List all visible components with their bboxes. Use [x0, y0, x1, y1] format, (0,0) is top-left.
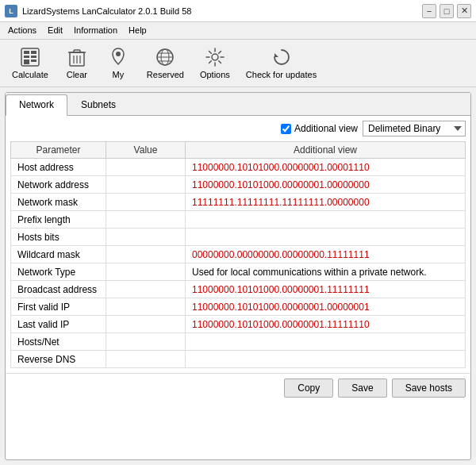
param-cell-10: Hosts/Net [11, 333, 106, 351]
value-cell-0 [106, 159, 186, 176]
additional-view-bar: Additional view Delimeted Binary Binary … [10, 121, 466, 136]
reserved-label: Reserved [147, 70, 184, 79]
additional-view-checkbox-label[interactable]: Additional view [281, 123, 358, 134]
menu-bar: Actions Edit Information Help [0, 22, 476, 40]
param-cell-6: Network Type [11, 263, 106, 281]
value-cell-10 [106, 333, 186, 351]
table-row: Host address11000000.10101000.00000001.0… [11, 159, 466, 176]
table-row: First valid IP11000000.10101000.00000001… [11, 298, 466, 316]
value-cell-8 [106, 298, 186, 316]
calculate-button[interactable]: Calculate [5, 42, 56, 83]
table-row: Hosts/Net [11, 333, 466, 351]
minimize-button[interactable]: − [422, 4, 436, 18]
svg-rect-2 [31, 51, 36, 54]
check-updates-button[interactable]: Check for updates [239, 42, 324, 83]
clear-button[interactable]: Clear [57, 42, 97, 83]
svg-point-13 [116, 52, 121, 56]
data-table: Parameter Value Additional view Host add… [10, 141, 466, 368]
additional-cell-7: 11000000.10101000.00000001.11111111 [186, 281, 466, 298]
options-label: Options [200, 70, 230, 79]
additional-cell-6: Used for local communications within a p… [186, 263, 466, 281]
value-cell-2 [106, 194, 186, 211]
value-cell-3 [106, 211, 186, 229]
additional-cell-2: 11111111.11111111.11111111.00000000 [186, 194, 466, 211]
table-row: Last valid IP11000000.10101000.00000001.… [11, 316, 466, 333]
svg-rect-1 [24, 51, 29, 54]
additional-view-checkbox[interactable] [281, 124, 291, 134]
additional-view-dropdown[interactable]: Delimeted Binary Binary Decimal Hex [363, 121, 466, 136]
param-cell-8: First valid IP [11, 298, 106, 316]
menu-edit[interactable]: Edit [43, 24, 67, 37]
value-cell-1 [106, 176, 186, 194]
clear-label: Clear [67, 70, 87, 79]
svg-rect-4 [31, 56, 36, 58]
reserved-icon [154, 46, 176, 68]
param-cell-11: Reverse DNS [11, 351, 106, 368]
my-icon [107, 46, 129, 68]
additional-cell-11 [186, 351, 466, 368]
additional-view-label: Additional view [294, 123, 358, 134]
additional-cell-8: 11000000.10101000.00000001.00000001 [186, 298, 466, 316]
copy-button[interactable]: Copy [284, 379, 333, 398]
param-cell-7: Broadcast address [11, 281, 106, 298]
window-controls: − □ ✕ [422, 4, 471, 18]
value-cell-4 [106, 229, 186, 246]
calculate-label: Calculate [12, 70, 48, 79]
param-cell-2: Network mask [11, 194, 106, 211]
tab-subnets[interactable]: Subnets [67, 94, 129, 115]
save-button[interactable]: Save [338, 379, 386, 398]
param-cell-9: Last valid IP [11, 316, 106, 333]
app-icon: L [5, 5, 17, 17]
close-button[interactable]: ✕ [457, 4, 471, 18]
svg-rect-9 [74, 50, 80, 52]
options-icon [204, 46, 226, 68]
additional-cell-3 [186, 211, 466, 229]
value-cell-7 [106, 281, 186, 298]
param-cell-3: Prefix length [11, 211, 106, 229]
value-cell-9 [106, 316, 186, 333]
value-cell-6 [106, 263, 186, 281]
tabs: Network Subnets [6, 93, 470, 116]
clear-icon [66, 46, 88, 68]
table-row: Network address11000000.10101000.0000000… [11, 176, 466, 194]
col-header-additional: Additional view [186, 142, 466, 159]
additional-cell-4 [186, 229, 466, 246]
menu-actions[interactable]: Actions [3, 24, 41, 37]
param-cell-5: Wildcard mask [11, 246, 106, 263]
menu-information[interactable]: Information [69, 24, 122, 37]
table-row: Broadcast address11000000.10101000.00000… [11, 281, 466, 298]
additional-cell-5: 00000000.00000000.00000000.11111111 [186, 246, 466, 263]
reserved-button[interactable]: Reserved [140, 42, 191, 83]
param-cell-1: Network address [11, 176, 106, 194]
value-cell-5 [106, 246, 186, 263]
title-bar: L LizardSystems LanCalculator 2.0.1 Buil… [0, 0, 476, 22]
save-hosts-button[interactable]: Save hosts [392, 379, 466, 398]
col-header-value: Value [106, 142, 186, 159]
table-row: Hosts bits [11, 229, 466, 246]
check-updates-label: Check for updates [246, 70, 317, 79]
content-area: Additional view Delimeted Binary Binary … [6, 116, 470, 373]
table-row: Network mask11111111.11111111.11111111.0… [11, 194, 466, 211]
options-button[interactable]: Options [193, 42, 237, 83]
table-row: Prefix length [11, 211, 466, 229]
check-updates-icon [271, 46, 293, 68]
additional-cell-9: 11000000.10101000.00000001.11111110 [186, 316, 466, 333]
svg-rect-3 [24, 56, 29, 58]
my-button[interactable]: My [98, 42, 138, 83]
menu-help[interactable]: Help [124, 24, 152, 37]
main-area: Network Subnets Additional view Delimete… [5, 92, 471, 460]
col-header-param: Parameter [11, 142, 106, 159]
value-cell-11 [106, 351, 186, 368]
window-title: LizardSystems LanCalculator 2.0.1 Build … [22, 6, 422, 16]
table-row: Reverse DNS [11, 351, 466, 368]
svg-marker-20 [274, 53, 278, 57]
additional-cell-10 [186, 333, 466, 351]
additional-cell-0: 11000000.10101000.00000001.00001110 [186, 159, 466, 176]
footer-bar: Copy Save Save hosts [6, 373, 470, 401]
maximize-button[interactable]: □ [440, 4, 454, 18]
tab-network[interactable]: Network [6, 94, 67, 116]
svg-rect-6 [31, 60, 36, 62]
additional-cell-1: 11000000.10101000.00000001.00000000 [186, 176, 466, 194]
toolbar: Calculate Clear My [0, 40, 476, 87]
svg-rect-5 [24, 60, 29, 64]
